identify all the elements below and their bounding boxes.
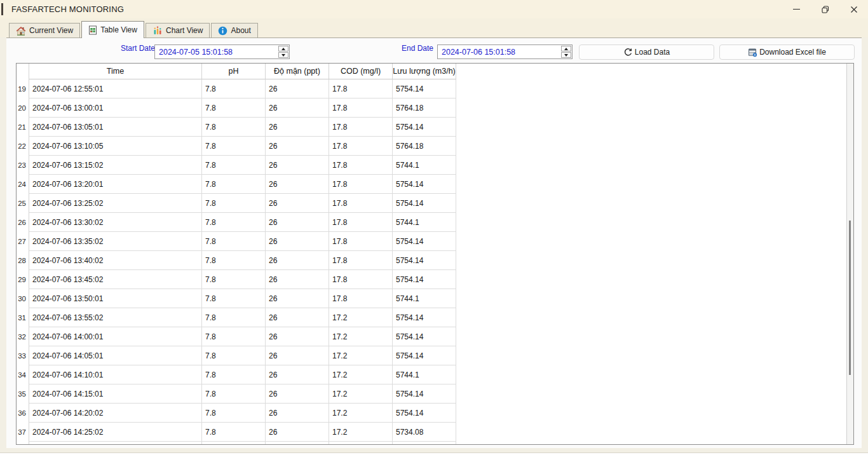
cell-flow: 5754.14 [393,194,456,213]
cell-cod: 17.8 [329,289,393,308]
column-header-flow[interactable]: Lưu lượng (m3/h) [393,64,456,79]
column-header-ph[interactable]: pH [202,64,266,79]
cell-time: 2024-07-06 13:05:01 [29,118,202,137]
table-row[interactable]: 30 2024-07-06 13:50:01 7.8 26 17.8 5744.… [17,289,853,308]
row-number: 19 [17,79,29,99]
cell-flow: 5754.14 [393,251,456,270]
row-number: 28 [17,251,29,270]
tab-strip: Current View Table View [0,18,868,37]
table-row[interactable]: 21 2024-07-06 13:05:01 7.8 26 17.8 5754.… [17,118,853,137]
scrollbar-thumb[interactable] [849,221,851,375]
end-date-spinner [561,46,571,58]
end-date-spin-up[interactable] [561,46,571,51]
cell-time: 2024-07-06 13:50:01 [29,289,202,308]
app-icon [1,3,3,15]
table-row[interactable]: 34 2024-07-06 14:10:01 7.8 26 17.2 5744.… [17,365,853,384]
cell-ph: 7.8 [202,289,266,308]
cell-flow: 5734.08 [393,423,456,442]
cell-flow: 5754.14 [393,79,456,99]
table-row[interactable]: 31 2024-07-06 13:55:02 7.8 26 17.2 5754.… [17,308,853,327]
start-date-spin-down[interactable] [278,52,288,58]
table-row[interactable]: 20 2024-07-06 13:00:01 7.8 26 17.8 5764.… [17,99,853,118]
minimize-icon [793,9,800,10]
info-icon [218,26,227,36]
cell-cod: 17.2 [329,423,393,442]
cell-salinity: 26 [266,270,329,289]
cell-flow: 5754.14 [393,404,456,423]
tab-table-view[interactable]: Table View [81,21,144,38]
table-row[interactable]: 29 2024-07-06 13:45:02 7.8 26 17.8 5754.… [17,270,853,289]
cell-salinity: 26 [266,194,329,213]
cell-flow: 5744.1 [393,156,456,175]
end-date-spin-down[interactable] [561,52,571,58]
cell-cod: 17.2 [329,308,393,327]
column-header-time[interactable]: Time [29,64,202,79]
row-number: 34 [17,365,29,384]
row-number: 37 [17,423,29,442]
cell-ph: 7.8 [202,404,266,423]
start-date-input[interactable] [155,45,278,58]
cell-time: 2024-07-06 14:10:01 [29,365,202,384]
cell-ph: 7.8 [202,308,266,327]
cell-salinity: 26 [266,232,329,251]
tab-about[interactable]: About [211,23,257,37]
partial-row [17,442,853,445]
table-row[interactable]: 32 2024-07-06 14:00:01 7.8 26 17.2 5754.… [17,327,853,346]
column-header-salinity[interactable]: Độ mặn (ppt) [266,64,329,79]
table-row[interactable]: 37 2024-07-06 14:25:02 7.8 26 17.2 5734.… [17,423,853,442]
table-row[interactable]: 35 2024-07-06 14:15:01 7.8 26 17.2 5754.… [17,384,853,404]
column-header-cod[interactable]: COD (mg/l) [329,64,393,79]
restore-button[interactable] [811,0,839,18]
cell-cod: 17.8 [329,118,393,137]
table-row[interactable]: 36 2024-07-06 14:20:02 7.8 26 17.2 5754.… [17,404,853,423]
cell-cod: 17.8 [329,99,393,118]
tab-current-view[interactable]: Current View [9,23,80,37]
cell-cod: 17.8 [329,156,393,175]
cell-salinity: 26 [266,327,329,346]
row-number: 27 [17,232,29,251]
cell-time: 2024-07-06 13:45:02 [29,270,202,289]
row-number: 21 [17,118,29,137]
table-row[interactable]: 22 2024-07-06 13:10:05 7.8 26 17.8 5764.… [17,137,853,156]
cell-ph: 7.8 [202,137,266,156]
cell-time: 2024-07-06 14:25:02 [29,423,202,442]
table-icon [88,25,97,35]
table-row[interactable]: 28 2024-07-06 13:40:02 7.8 26 17.8 5754.… [17,251,853,270]
cell-ph: 7.8 [202,270,266,289]
cell-cod: 17.8 [329,251,393,270]
close-button[interactable] [839,0,868,18]
table-row[interactable]: 23 2024-07-06 13:15:02 7.8 26 17.8 5744.… [17,156,853,175]
cell-time: 2024-07-06 14:20:02 [29,404,202,423]
close-icon [850,6,858,13]
vertical-scrollbar[interactable] [846,64,853,444]
home-icon [16,26,26,36]
cell-ph: 7.8 [202,327,266,346]
cell-flow: 5754.14 [393,232,456,251]
start-date-spin-up[interactable] [278,46,288,51]
window-controls [782,0,868,18]
row-number: 23 [17,156,29,175]
table-row[interactable]: 19 2024-07-06 12:55:01 7.8 26 17.8 5754.… [17,79,853,99]
row-number-header [17,64,29,79]
tab-chart-view[interactable]: Chart View [146,23,210,37]
row-number: 31 [17,308,29,327]
minimize-button[interactable] [782,0,811,18]
table-row[interactable]: 24 2024-07-06 13:20:01 7.8 26 17.8 5754.… [17,175,853,194]
cell-salinity: 26 [266,156,329,175]
table-row[interactable]: 27 2024-07-06 13:35:02 7.8 26 17.8 5754.… [17,232,853,251]
app-window: FASFARTECH MONITORING [0,0,868,453]
load-data-button[interactable]: Load Data [579,44,714,60]
cell-flow: 5754.14 [393,384,456,404]
tab-label: Current View [29,26,73,35]
cell-flow: 5754.14 [393,308,456,327]
cell-time: 2024-07-06 13:25:02 [29,194,202,213]
cell-cod: 17.2 [329,365,393,384]
table-row[interactable]: 25 2024-07-06 13:25:02 7.8 26 17.8 5754.… [17,194,853,213]
end-date-input[interactable] [438,45,561,58]
table-row[interactable]: 33 2024-07-06 14:05:01 7.8 26 17.2 5754.… [17,346,853,365]
spin-up-icon [281,48,285,50]
download-excel-button[interactable]: Download Excel file [719,44,855,60]
table-row[interactable]: 26 2024-07-06 13:30:02 7.8 26 17.8 5744.… [17,213,853,232]
cell-cod: 17.8 [329,232,393,251]
cell-salinity: 26 [266,308,329,327]
